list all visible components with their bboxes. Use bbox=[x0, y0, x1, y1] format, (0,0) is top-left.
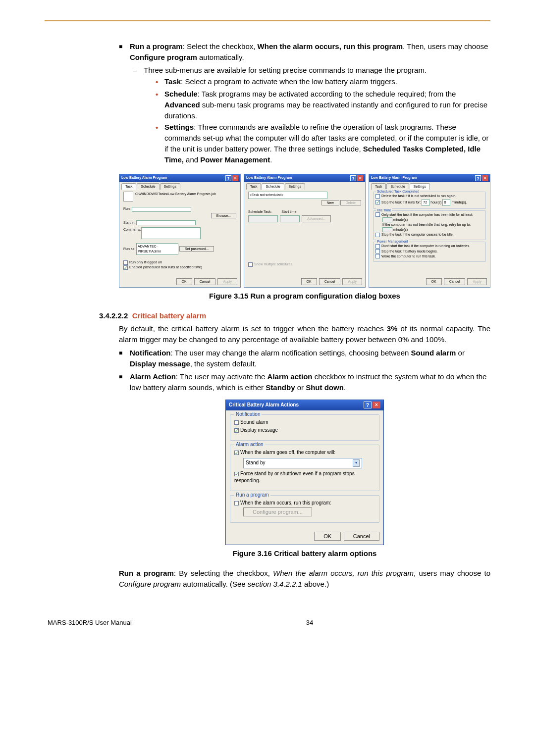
stc-hours[interactable]: 72 bbox=[422, 199, 429, 206]
lbl-run-prog: When the alarm occurs, run this program: bbox=[240, 500, 331, 505]
lbl-pm1: Don't start the task if the computer is … bbox=[381, 244, 470, 248]
ok-button[interactable]: OK bbox=[426, 278, 442, 285]
lbl-showmult: Show multiple schedules. bbox=[254, 262, 293, 266]
lbl-startin: Start in: bbox=[123, 221, 135, 224]
apply-button[interactable]: Apply bbox=[217, 278, 237, 285]
lbl-stc1: Delete the task if it is not scheduled t… bbox=[381, 194, 456, 198]
chk-stc2[interactable] bbox=[375, 200, 380, 204]
dash-text: Three sub-menus are available for settin… bbox=[144, 65, 427, 76]
close-icon[interactable]: × bbox=[482, 175, 488, 181]
dot-marker: • bbox=[156, 89, 164, 121]
chk-runonly[interactable] bbox=[123, 260, 128, 265]
ok-button[interactable]: OK bbox=[176, 278, 192, 285]
footer-left: MARS-3100R/S User Manual bbox=[48, 619, 132, 626]
cancel-button[interactable]: Cancel bbox=[319, 278, 341, 285]
lbl-idle3: Stop the task if the computer ceases to … bbox=[381, 233, 454, 236]
grp-notification: Notification bbox=[234, 411, 262, 418]
section-number: 3.4.2.2.2 bbox=[99, 311, 128, 320]
run-program-title: Run a program bbox=[130, 42, 183, 50]
comments-field[interactable] bbox=[141, 227, 201, 239]
sched-task-field[interactable] bbox=[248, 215, 278, 222]
close-icon[interactable]: × bbox=[373, 402, 380, 408]
square-bullet: ■ bbox=[119, 371, 130, 393]
help-icon[interactable]: ? bbox=[225, 175, 231, 181]
ok-button[interactable]: OK bbox=[301, 278, 317, 285]
lbl-runonly: Run only if logged on bbox=[129, 260, 162, 264]
run-field[interactable] bbox=[132, 207, 191, 212]
setpassword-button[interactable]: Set password... bbox=[179, 246, 214, 252]
dash-marker: – bbox=[133, 65, 144, 76]
configure-program-button[interactable]: Configure program... bbox=[243, 507, 312, 516]
t: . bbox=[270, 155, 272, 164]
help-icon[interactable]: ? bbox=[364, 402, 372, 408]
t: sub-menu task programs may be reactivate… bbox=[164, 101, 487, 120]
top-rule bbox=[45, 20, 490, 21]
cancel-button[interactable]: Cancel bbox=[344, 532, 379, 541]
chk-idle1[interactable] bbox=[375, 212, 380, 217]
t: or bbox=[456, 349, 465, 357]
chk-sound[interactable] bbox=[234, 420, 239, 425]
chk-pm3[interactable] bbox=[375, 254, 380, 258]
chk-idle3[interactable] bbox=[375, 233, 380, 237]
start-time-field[interactable] bbox=[280, 215, 300, 222]
tab-task[interactable]: Task bbox=[246, 183, 261, 190]
chk-pm2[interactable] bbox=[375, 249, 380, 253]
lbl-stc2: Stop the task if it runs for: bbox=[381, 200, 421, 203]
grp-stc-title: Scheduled Task Completed bbox=[376, 189, 420, 194]
chk-force[interactable] bbox=[234, 472, 239, 476]
dot-marker: • bbox=[156, 122, 164, 165]
close-icon[interactable]: × bbox=[357, 175, 363, 181]
new-button[interactable]: New bbox=[321, 200, 339, 205]
runas-field[interactable]: ADVANTEC-PIRBU7\Admin bbox=[136, 243, 178, 255]
stc-mins[interactable]: 0 bbox=[442, 199, 450, 206]
apply-button[interactable]: Apply bbox=[342, 278, 362, 285]
cancel-button[interactable]: Cancel bbox=[194, 278, 216, 285]
t: , the system default. bbox=[190, 359, 257, 368]
chk-stc1[interactable] bbox=[375, 194, 380, 199]
footer-page-number: 34 bbox=[306, 619, 313, 626]
dlg-settings: Low Battery Alarm Program?× TaskSchedule… bbox=[369, 174, 490, 288]
sel-value: Stand by bbox=[246, 459, 265, 467]
browse-button[interactable]: Browse... bbox=[211, 213, 236, 218]
critical-para: By default, the critical battery alarm i… bbox=[119, 323, 490, 345]
task-not-scheduled[interactable]: <Task not scheduled> bbox=[248, 192, 327, 199]
dot-settings: • Settings: Three commands are available… bbox=[156, 122, 490, 165]
tab-settings[interactable]: Settings bbox=[285, 183, 305, 190]
square-bullet: ■ bbox=[119, 348, 130, 369]
help-icon[interactable]: ? bbox=[475, 175, 481, 181]
t: Configure program bbox=[119, 580, 181, 588]
t: minute(s). bbox=[451, 200, 467, 203]
standby-select[interactable]: Stand by▾ bbox=[243, 458, 362, 468]
chk-run-prog[interactable] bbox=[234, 501, 239, 505]
chk-pm1[interactable] bbox=[375, 244, 380, 249]
dot-task: • Task: Select a program to activate whe… bbox=[156, 76, 490, 88]
chk-when-alarm[interactable] bbox=[234, 451, 239, 455]
ok-button[interactable]: OK bbox=[314, 532, 341, 541]
delete-button[interactable]: Delete bbox=[340, 200, 361, 205]
lbl-enabled: Enabled (scheduled task runs at specifie… bbox=[129, 265, 202, 269]
lbl-force: Force stand by or shutdown even if a pro… bbox=[234, 471, 355, 484]
idle2-field[interactable] bbox=[382, 227, 392, 232]
section-title: Critical battery alarm bbox=[132, 311, 206, 320]
tab-task[interactable]: Task bbox=[121, 183, 136, 190]
t: : By selecting the checkbox, bbox=[174, 569, 273, 577]
help-icon[interactable]: ? bbox=[350, 175, 356, 181]
figure-316-caption: Figure 3.16 Critical battery alarm optio… bbox=[119, 548, 490, 559]
cancel-button[interactable]: Cancel bbox=[444, 278, 466, 285]
chk-display[interactable] bbox=[234, 428, 239, 433]
close-icon[interactable]: × bbox=[232, 175, 238, 181]
advanced-button[interactable]: Advanced... bbox=[302, 215, 331, 222]
dlg2-title: Critical Battery Alarm Actions bbox=[229, 402, 299, 409]
startin-field[interactable] bbox=[136, 220, 196, 225]
lbl-sound: Sound alarm bbox=[240, 419, 268, 425]
apply-button[interactable]: Apply bbox=[467, 278, 487, 285]
chk-enabled[interactable] bbox=[123, 265, 128, 270]
tab-settings[interactable]: Settings bbox=[160, 183, 180, 190]
chk-showmult[interactable] bbox=[248, 262, 253, 267]
t: Settings bbox=[164, 123, 194, 131]
idle1-field[interactable] bbox=[382, 217, 392, 222]
tab-schedule[interactable]: Schedule bbox=[137, 183, 159, 190]
t: Run a program bbox=[119, 569, 174, 577]
lbl-comments: Comments: bbox=[123, 227, 141, 239]
tab-schedule[interactable]: Schedule bbox=[262, 183, 284, 190]
